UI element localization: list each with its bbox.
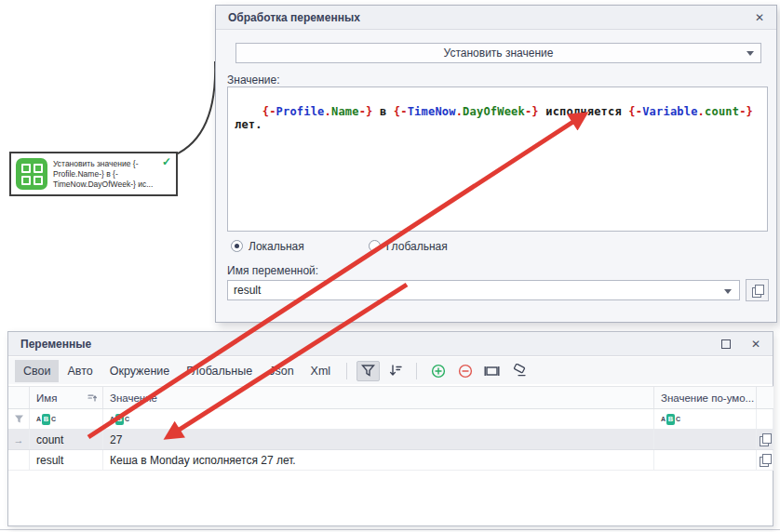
abc-filter-icon: АBС (36, 414, 56, 425)
filter-value-cell[interactable]: АBС (103, 409, 654, 429)
local-radio-label: Локальная (249, 240, 304, 253)
table-row-count[interactable]: → count 27 (8, 430, 773, 450)
filter-row: АBС АBС АBС (8, 409, 773, 430)
dialog-titlebar: Обработка переменных ✕ (216, 6, 776, 30)
copy-row-button[interactable] (757, 450, 773, 470)
value-label: Значение: (227, 73, 280, 86)
abc-filter-icon: АBС (661, 414, 680, 425)
tab-svoi[interactable]: Свои (15, 360, 59, 382)
tab-avto[interactable]: Авто (59, 360, 101, 382)
tab-json[interactable]: Json (261, 360, 302, 382)
chevron-down-icon (746, 51, 754, 56)
chevron-down-icon (724, 289, 732, 294)
node-label: Установить значение {-Profile.Name-} в {… (53, 159, 163, 190)
column-header-name[interactable]: Имя (30, 387, 103, 408)
copy-icon (752, 285, 763, 297)
filter-icon (14, 414, 24, 424)
clear-filter-button[interactable] (507, 361, 531, 381)
filter-button[interactable] (356, 361, 380, 381)
column-header-value[interactable]: Значение (103, 387, 654, 408)
sort-icon (388, 364, 403, 378)
current-row-indicator: → (8, 430, 30, 449)
default-value-cell[interactable] (654, 450, 757, 470)
panel-close-icon[interactable]: ✕ (751, 339, 760, 350)
copy-icon (760, 454, 771, 466)
select-columns-icon (484, 365, 500, 378)
local-radio[interactable] (231, 240, 243, 252)
variable-name-label: Имя переменной: (227, 264, 318, 277)
add-icon (431, 364, 446, 379)
action-node[interactable]: Установить значение {-Profile.Name-} в {… (9, 152, 178, 196)
default-value-cell[interactable] (654, 430, 757, 449)
value-textarea[interactable]: {-Profile.Name-} в {-TimeNow.DayOfWeek-}… (227, 86, 768, 232)
variables-panel: Переменные ✕ Свои Авто Окружение Глобаль… (7, 331, 773, 526)
copy-column-header (757, 387, 773, 408)
name-cell[interactable]: result (30, 450, 103, 470)
global-radio[interactable] (369, 240, 381, 252)
panel-title: Переменные (20, 338, 91, 351)
filter-icon (361, 364, 375, 378)
variable-processing-dialog: Обработка переменных ✕ Установить значен… (215, 5, 777, 323)
window-bottom-edge (0, 529, 780, 530)
separator (346, 363, 347, 379)
dialog-close-icon[interactable]: ✕ (755, 12, 764, 23)
separator (416, 363, 417, 379)
expression-text: {-Profile.Name-} в {-TimeNow.DayOfWeek-}… (235, 105, 760, 131)
copy-icon (760, 433, 771, 446)
abc-filter-icon: АBС (110, 414, 129, 425)
row-indicator-header (8, 387, 30, 408)
filter-name-cell[interactable]: АBС (30, 409, 103, 429)
set-value-blocks-icon (16, 158, 47, 190)
filter-row-indicator (8, 409, 30, 429)
current-row-arrow-icon: → (14, 434, 24, 446)
action-type-dropdown[interactable]: Установить значение (235, 43, 761, 63)
copy-row-button[interactable] (757, 430, 773, 449)
tab-globalnye[interactable]: Глобальные (178, 360, 261, 382)
action-type-value: Установить значение (444, 47, 554, 60)
copy-variable-name-button[interactable] (746, 279, 769, 301)
select-columns-button[interactable] (480, 361, 504, 381)
add-variable-button[interactable] (426, 361, 450, 381)
maximize-icon[interactable] (721, 339, 731, 349)
sort-ascending-icon (87, 393, 97, 403)
sort-button[interactable] (383, 361, 407, 381)
filter-default-cell[interactable]: АBС (654, 409, 757, 429)
remove-variable-button[interactable] (453, 361, 477, 381)
global-radio-label: Глобальная (386, 240, 448, 253)
scope-radio-group: Локальная Глобальная (231, 239, 448, 253)
name-cell[interactable]: count (30, 430, 103, 449)
variable-name-combobox[interactable]: result (227, 280, 740, 300)
value-cell[interactable]: Кеша в Monday исполняется 27 лет. (103, 450, 654, 470)
tab-xml[interactable]: Xml (303, 360, 340, 382)
dialog-title: Обработка переменных (228, 11, 360, 24)
table-row-result[interactable]: result Кеша в Monday исполняется 27 лет. (8, 450, 773, 471)
column-header-default[interactable]: Значение по-умо... (654, 387, 757, 408)
remove-icon (458, 364, 473, 379)
table-header: Имя Значение Значение по-умо... (8, 386, 773, 409)
tabs-toolbar: Свои Авто Окружение Глобальные Json Xml (8, 357, 773, 384)
value-cell[interactable]: 27 (103, 430, 654, 449)
success-check-icon: ✓ (162, 155, 171, 168)
eraser-icon (511, 364, 527, 378)
tab-okruzhenie[interactable]: Окружение (101, 360, 179, 382)
variable-name-value: result (234, 284, 261, 297)
panel-titlebar: Переменные ✕ (8, 332, 773, 356)
